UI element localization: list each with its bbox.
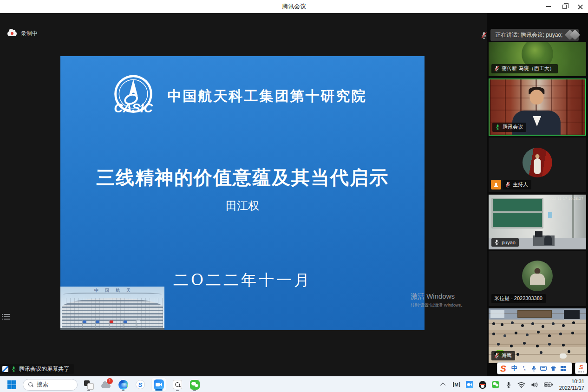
wechat-icon	[492, 381, 499, 388]
muted-mic-icon	[481, 32, 487, 41]
active-mic-icon	[495, 124, 500, 130]
edge-icon	[118, 380, 128, 390]
tray-battery[interactable]	[543, 379, 554, 391]
windows-taskbar: 搜索 1 S M	[0, 376, 588, 392]
taskbar-search[interactable]: 搜索	[23, 379, 78, 391]
sogou-logo-icon[interactable]: S	[500, 364, 506, 373]
magnifier-q-icon	[173, 380, 182, 389]
participant-label: puyao	[491, 238, 519, 247]
host-badge-icon	[491, 180, 501, 189]
video-tile-5[interactable]: 米拉提 - 2022303380	[489, 251, 586, 306]
close-icon	[578, 4, 583, 9]
slide-title: 三线精神的价值意蕴及其当代启示	[60, 165, 425, 190]
tray-m-app[interactable]: M	[452, 379, 461, 391]
screen-share-status[interactable]: 腾讯会议的屏幕共享	[0, 364, 74, 374]
taskbar-app-edge[interactable]	[117, 378, 129, 392]
cloud-recording-icon	[7, 31, 17, 36]
taskbar-app-tencent-meeting[interactable]	[151, 378, 166, 392]
flag-icon	[82, 320, 83, 328]
video-tile-3-host[interactable]: 主持人	[489, 137, 586, 192]
annotation-icon	[2, 366, 8, 372]
battery-charging-icon	[544, 382, 553, 387]
building-photo: 中国航天	[60, 287, 164, 330]
sogou-mini-panel[interactable]: S	[575, 362, 587, 374]
tray-volume[interactable]	[530, 379, 539, 391]
tencent-meeting-icon	[154, 379, 164, 390]
avatar	[522, 261, 553, 291]
tray-qq[interactable]	[478, 379, 487, 391]
taskbar-app-cloud[interactable]: 1	[100, 378, 112, 392]
tencent-meeting-icon	[466, 381, 473, 388]
video-tile-1[interactable]: 蒲传新-马院（西工大）	[489, 42, 586, 76]
hidden-icons-chevron[interactable]	[439, 379, 448, 391]
minimize-icon	[546, 6, 551, 7]
ime-punctuation-icon[interactable]: ’,	[519, 363, 529, 373]
ime-toolbox-icon[interactable]	[558, 363, 568, 373]
video-tile-6[interactable]: 海鹰	[489, 308, 586, 363]
china-flag-icon	[109, 320, 110, 328]
screen-share-label: 腾讯会议的屏幕共享	[19, 365, 69, 373]
participant-label: 主持人	[503, 180, 531, 189]
recording-indicator[interactable]: 录制中	[7, 30, 38, 38]
taskbar-app-sogou[interactable]: S	[134, 378, 146, 392]
close-button[interactable]	[572, 0, 588, 13]
sogou-ime-toolbar[interactable]: S 中 ’,	[497, 362, 572, 374]
start-button[interactable]	[6, 378, 18, 392]
tray-wechat[interactable]	[491, 379, 500, 391]
camera-timestamp: 2022-11-17 10:28:27	[548, 196, 583, 201]
restore-button[interactable]	[556, 0, 572, 13]
speaking-text: 正在讲话: 腾讯会议; puyao;	[495, 31, 562, 39]
taskbar-app-squares[interactable]	[83, 378, 95, 392]
wifi-icon	[517, 382, 525, 388]
participant-label: 腾讯会议	[492, 123, 526, 132]
tray-wifi[interactable]	[517, 379, 526, 391]
participant-label: 蒲传新-马院（西工大）	[491, 64, 558, 73]
tray-microphone[interactable]	[504, 379, 513, 391]
qq-icon	[479, 381, 486, 389]
slide-author: 田江权	[60, 198, 425, 213]
titlebar: 腾讯会议	[0, 0, 588, 13]
windows-start-icon	[7, 380, 16, 389]
ime-chinese-mode-icon[interactable]: 中	[510, 363, 519, 373]
app-window: 腾讯会议 录制中 正在讲话: 腾讯会议; puyao;	[0, 0, 588, 392]
muted-mic-icon	[505, 182, 510, 188]
slide-header: CASIC 中国航天科工集团第十研究院	[60, 74, 421, 118]
ime-voice-icon[interactable]	[529, 363, 539, 373]
slide-org-name: 中国航天科工集团第十研究院	[168, 87, 367, 106]
clock-time: 10:31	[559, 378, 584, 385]
video-tile-4[interactable]: 2022-11-17 10:28:27 puyao	[489, 195, 586, 249]
squares-app-icon	[84, 379, 94, 390]
wechat-icon	[190, 380, 200, 390]
system-tray: M 10:31 2022/11/17	[439, 377, 584, 392]
svg-text:CASIC: CASIC	[114, 101, 153, 115]
member-list-icon[interactable]	[2, 314, 10, 320]
recording-label: 录制中	[21, 30, 38, 38]
sogou-mini-dots-icon	[578, 371, 584, 372]
minimize-button[interactable]	[541, 0, 556, 13]
search-icon	[28, 382, 33, 387]
tray-tencent-meeting[interactable]	[465, 379, 474, 391]
speaking-banner: 正在讲话: 腾讯会议; puyao;	[490, 29, 579, 41]
taskbar-app-wechat[interactable]	[189, 378, 201, 392]
notification-badge: 1	[107, 378, 113, 384]
activate-windows-watermark: 激活 Windows 转到“设置”以激活 Windows。	[411, 292, 465, 308]
taskbar-apps: 搜索 1 S	[6, 377, 201, 392]
taskbar-clock[interactable]: 10:31 2022/11/17	[559, 378, 584, 392]
taskbar-app-quick-search[interactable]	[171, 378, 183, 392]
microphone-icon	[506, 381, 511, 388]
clock-date: 2022/11/17	[559, 385, 584, 391]
sogou-pinyin-icon: S	[136, 380, 145, 389]
cloud-app-icon: 1	[101, 379, 111, 390]
ime-keyboard-icon[interactable]	[539, 363, 549, 373]
video-tile-2-active-speaker[interactable]: 腾讯会议	[489, 78, 586, 136]
chevron-up-icon	[440, 383, 445, 388]
ime-skin-icon[interactable]	[549, 363, 558, 373]
shared-screen-slide: CASIC 中国航天科工集团第十研究院 三线精神的价值意蕴及其当代启示 田江权 …	[60, 56, 425, 330]
meeting-main-area: 录制中 正在讲话: 腾讯会议; puyao; CASIC	[0, 13, 588, 376]
volume-icon	[531, 382, 538, 388]
participant-label: 海鹰	[491, 351, 515, 360]
avatar	[523, 148, 552, 177]
speaker-avatars	[565, 29, 581, 41]
casic-logo-icon: CASIC	[111, 74, 156, 118]
sogou-logo-icon: S	[579, 364, 583, 370]
